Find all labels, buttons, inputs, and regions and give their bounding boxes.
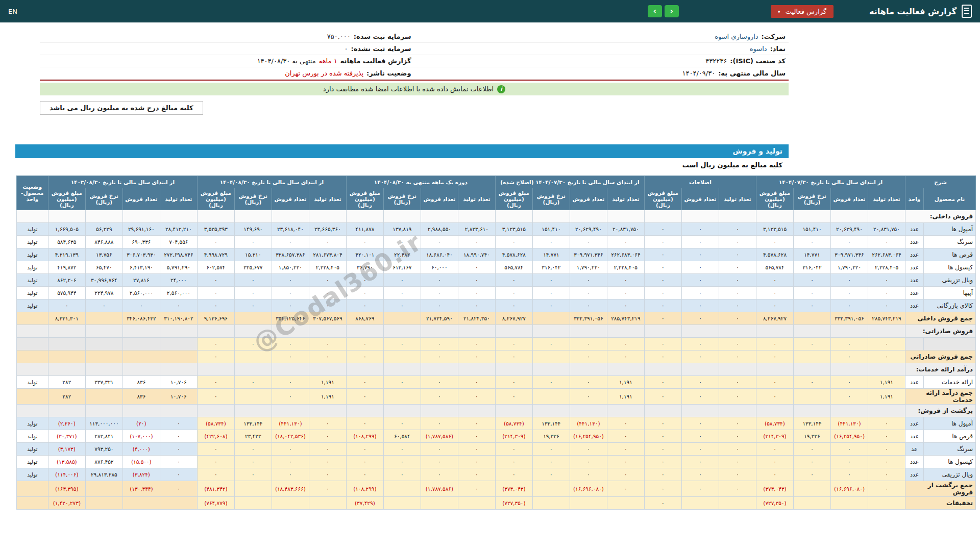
value-cell: ۲,۵۶۰,۰۰۰ [160, 287, 197, 299]
registered-capital-value: ۷۵۰,۰۰۰ [327, 33, 351, 40]
value-cell [794, 325, 831, 338]
unit-cell: عدد [905, 468, 924, 481]
value-cell: ۰ [197, 350, 234, 363]
value-cell [85, 497, 122, 510]
value-cell [309, 210, 346, 223]
value-cell [234, 405, 272, 417]
report-nav-arrows: ‹ › [648, 5, 679, 17]
value-cell: ۸,۳۳۱,۳۰۱ [48, 312, 85, 325]
value-cell: ۰ [644, 376, 681, 389]
value-cell: ۰ [495, 236, 532, 248]
value-cell [85, 338, 122, 350]
isic-label: کد صنعت (ISIC): [730, 57, 786, 65]
row-label-cell: سرنگ [924, 236, 976, 248]
value-cell: ۰ [197, 287, 234, 299]
value-cell: ۰ [346, 299, 383, 312]
value-cell [458, 497, 495, 510]
section-row: فروش داخلی: [16, 210, 975, 223]
language-toggle[interactable]: EN [8, 8, 17, 15]
value-cell: ۰ [719, 312, 756, 325]
value-cell: ۰ [495, 274, 532, 287]
value-cell: ۰ [570, 376, 607, 389]
value-cell: ۰ [532, 443, 570, 456]
value-cell [756, 325, 793, 338]
value-cell: ۳۶,۷۹۰ [346, 261, 383, 274]
status-cell: تولید [16, 468, 48, 481]
value-cell: ۰ [234, 274, 272, 287]
value-cell: ۰ [458, 389, 495, 405]
value-cell [719, 497, 756, 510]
value-cell: ۰ [831, 443, 868, 456]
value-cell [272, 210, 309, 223]
value-cell: ۱۹,۳۳۶ [532, 430, 570, 443]
value-cell: ۰ [756, 443, 793, 456]
value-cell: ۰ [421, 350, 458, 363]
prev-report-button[interactable]: ‹ [648, 5, 662, 17]
value-cell: (۱,۴۲۰,۲۷۳) [48, 497, 85, 510]
value-cell [234, 481, 272, 497]
value-cell: ۰ [719, 350, 756, 363]
next-report-button[interactable]: › [665, 5, 679, 17]
value-cell: ۶۰۲,۵۷۴ [197, 261, 234, 274]
value-cell: ۰ [495, 389, 532, 405]
value-cell: ۰ [309, 274, 346, 287]
value-cell: ۰ [309, 338, 346, 350]
value-cell: ۰ [681, 299, 719, 312]
value-cell: ۰ [495, 376, 532, 389]
signature-match-banner: i اطلاعات نمایش داده شده با اطلاعات امضا… [40, 83, 789, 95]
column-header: تعداد فروش [421, 188, 458, 210]
value-cell: ۰ [868, 350, 905, 363]
value-cell: ۳,۱۲۳,۵۱۵ [495, 223, 532, 236]
value-cell: ۰ [644, 274, 681, 287]
tab-amounts-note[interactable]: کلیه مبالغ درج شده به میلیون ریال می باش… [40, 101, 203, 115]
value-cell [794, 363, 831, 376]
column-header: واحد [905, 188, 924, 210]
status-cell [16, 325, 48, 338]
value-cell: ۰ [831, 468, 868, 481]
status-cell: تولید [16, 443, 48, 456]
value-cell [309, 405, 346, 417]
value-cell: ۰ [160, 481, 197, 497]
value-cell [160, 325, 197, 338]
value-cell [868, 497, 905, 510]
value-cell: ۳۲۵,۶۷۷ [234, 261, 272, 274]
value-cell: (۷۲۷,۳۵۰) [756, 497, 793, 510]
value-cell [234, 497, 272, 510]
column-header: تعداد تولید [309, 188, 346, 210]
product-row: سرنگعد۰۰۰۰۰۰۰۰۰۰۰۰۰۰۰۰۰۰۰۰(۴,۰۰۰)۷۹۳,۲۵۰… [16, 443, 975, 456]
unit-cell: عدد [905, 299, 924, 312]
column-group-header: دوره یک ماهه منتهی به ۱۴۰۴/۰۸/۳۰ [346, 176, 495, 188]
value-cell: ۰ [458, 350, 495, 363]
chevron-down-icon: ▾ [778, 9, 780, 14]
value-cell: (۳۷۳,۰۴۳) [495, 481, 532, 497]
value-cell [272, 325, 309, 338]
value-cell: ۱,۱۹۱ [868, 389, 905, 405]
value-cell [719, 405, 756, 417]
value-cell: ۲۰,۸۳۱,۷۵۰ [607, 223, 644, 236]
symbol-row: نماد: داسوه [414, 43, 789, 55]
value-cell: ۰ [644, 248, 681, 261]
value-cell: ۲۲۴,۹۷۸ [85, 287, 122, 299]
value-cell: ۰ [421, 236, 458, 248]
value-cell [234, 389, 272, 405]
value-cell: ۰ [644, 443, 681, 456]
value-cell: ۰ [644, 312, 681, 325]
value-cell: ۴,۵۷۸,۶۲۸ [756, 248, 793, 261]
value-cell [532, 325, 570, 338]
value-cell: ۰ [756, 236, 793, 248]
value-cell: ۰ [234, 443, 272, 456]
value-cell: ۰ [719, 456, 756, 468]
report-type-dropdown[interactable]: گزارش فعالیت ▾ [771, 5, 834, 18]
value-cell: ۰ [421, 456, 458, 468]
value-cell: ۰ [681, 287, 719, 299]
value-cell: ۰ [607, 481, 644, 497]
value-cell: ۰ [421, 338, 458, 350]
value-cell: ۲,۲۲۸,۴۰۵ [607, 261, 644, 274]
row-label-cell: قرص ها [924, 430, 976, 443]
value-cell: ۲,۸۳۳,۶۱۰ [458, 223, 495, 236]
row-label-cell: جمع درآمد ارائه خدمات [905, 389, 976, 405]
value-cell: (۱۰۸,۲۹۹) [346, 481, 383, 497]
value-cell: ۰ [756, 350, 793, 363]
fiscal-year-row: سال مالی منتهی به: ۱۴۰۴/۰۹/۳۰ [414, 67, 789, 80]
column-group-header: از ابتدای سال مالی تا تاریخ ۱۴۰۴/۰۷/۳۰ [756, 176, 905, 188]
